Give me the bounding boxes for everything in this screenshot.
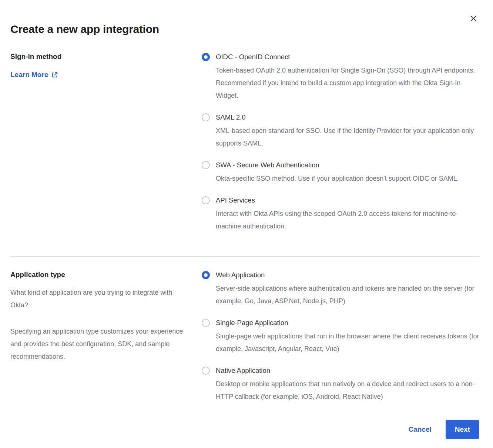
option-description-oidc: Token-based OAuth 2.0 authentication for…: [216, 64, 479, 102]
radio-unselected-icon[interactable]: [202, 319, 210, 327]
create-app-integration-dialog: Create a new app integration Sign-in met…: [0, 0, 493, 448]
close-icon: [470, 15, 477, 22]
radio-unselected-icon[interactable]: [202, 367, 210, 375]
option-description-web-application: Server-side applications where authentic…: [216, 282, 479, 307]
radio-option-api-services[interactable]: API Services Interact with Okta APIs usi…: [202, 196, 479, 233]
option-label-single-page-application[interactable]: Single-Page Application: [216, 318, 479, 327]
option-label-api-services[interactable]: API Services: [216, 196, 479, 205]
radio-option-saml[interactable]: SAML 2.0 XML-based open standard for SSO…: [202, 113, 479, 150]
radio-unselected-icon[interactable]: [202, 161, 210, 169]
radio-unselected-icon[interactable]: [202, 196, 210, 204]
application-type-intro: What kind of application are you trying …: [10, 286, 185, 311]
option-label-native-application[interactable]: Native Application: [216, 366, 479, 375]
external-link-icon: [51, 72, 58, 78]
option-label-swa[interactable]: SWA - Secure Web Authentication: [216, 161, 459, 170]
option-label-web-application[interactable]: Web Application: [216, 271, 479, 280]
option-label-saml[interactable]: SAML 2.0: [216, 113, 479, 122]
learn-more-link[interactable]: Learn More: [10, 71, 58, 79]
option-description-native-application: Desktop or mobile applications that run …: [216, 378, 479, 403]
dialog-title: Create a new app integration: [10, 23, 479, 36]
signin-method-label: Sign-in method: [10, 53, 202, 61]
radio-selected-icon[interactable]: [202, 271, 210, 279]
next-button[interactable]: Next: [446, 420, 479, 439]
radio-selected-icon[interactable]: [202, 53, 210, 61]
radio-option-swa[interactable]: SWA - Secure Web Authentication Okta-spe…: [202, 161, 479, 185]
cancel-button[interactable]: Cancel: [409, 425, 432, 434]
application-type-label: Application type: [10, 271, 202, 279]
option-description-saml: XML-based open standard for SSO. Use if …: [216, 124, 479, 150]
option-label-oidc[interactable]: OIDC - OpenID Connect: [216, 53, 479, 61]
option-description-swa: Okta-specific SSO method. Use if your ap…: [216, 172, 459, 185]
learn-more-label: Learn More: [10, 71, 48, 79]
application-type-section: Application type What kind of applicatio…: [10, 271, 479, 403]
section-divider: [10, 256, 479, 257]
option-description-single-page-application: Single-page web applications that run in…: [216, 330, 479, 355]
radio-option-native-application[interactable]: Native Application Desktop or mobile app…: [202, 366, 479, 403]
signin-method-section: Sign-in method Learn More OIDC - OpenID …: [10, 53, 479, 233]
radio-option-single-page-application[interactable]: Single-Page Application Single-page web …: [202, 318, 479, 355]
radio-option-oidc[interactable]: OIDC - OpenID Connect Token-based OAuth …: [202, 53, 479, 102]
radio-option-web-application[interactable]: Web Application Server-side applications…: [202, 271, 479, 307]
close-button[interactable]: [468, 13, 479, 24]
application-type-note: Specifying an application type customize…: [10, 325, 185, 363]
radio-unselected-icon[interactable]: [202, 113, 210, 121]
option-description-api-services: Interact with Okta APIs using the scoped…: [216, 207, 479, 233]
dialog-footer: Cancel Next: [10, 420, 479, 439]
